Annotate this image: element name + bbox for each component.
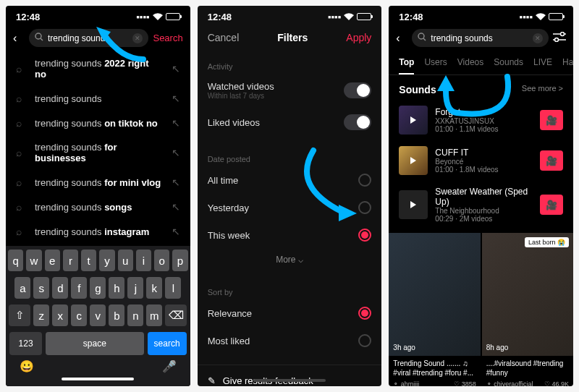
sort-option-row[interactable]: Relevance (198, 299, 382, 327)
status-time: 12:48 (399, 12, 423, 22)
status-indicators: ▪▪▪▪ (328, 12, 371, 22)
key-z[interactable]: z (33, 304, 49, 326)
record-button[interactable]: 🎥 (540, 195, 563, 215)
back-button[interactable]: ‹ (13, 32, 25, 45)
tab-videos[interactable]: Videos (457, 57, 483, 74)
toggle-switch[interactable] (344, 82, 371, 98)
radio-button[interactable] (358, 229, 371, 242)
mic-button[interactable]: 🎤 (162, 359, 177, 373)
key-n[interactable]: n (127, 304, 143, 326)
tab-hashtags[interactable]: Hashta (562, 57, 573, 74)
key-i[interactable]: i (136, 250, 151, 271)
fill-arrow-icon[interactable]: ↖ (172, 63, 180, 74)
back-button[interactable]: ‹ (396, 32, 407, 45)
fill-arrow-icon[interactable]: ↖ (172, 117, 180, 129)
key-r[interactable]: r (63, 250, 78, 271)
feedback-button[interactable]: ✎ Give results feedback (198, 365, 382, 386)
key-k[interactable]: k (146, 277, 162, 299)
more-button[interactable]: More ⌵ (198, 249, 382, 270)
radio-button[interactable] (358, 201, 371, 214)
video-item[interactable]: Last born 😭 8h ago (482, 233, 573, 356)
sound-thumbnail[interactable] (399, 190, 428, 219)
key-g[interactable]: g (90, 277, 106, 299)
section-title: Sounds (399, 84, 436, 95)
key-l[interactable]: l (165, 277, 181, 299)
liked-videos-row[interactable]: Liked videos (198, 107, 382, 137)
key-h[interactable]: h (109, 277, 124, 299)
key-t[interactable]: t (81, 250, 96, 271)
sort-option-row[interactable]: Most liked (198, 327, 382, 354)
record-button[interactable]: 🎥 (540, 110, 563, 130)
key-u[interactable]: u (118, 250, 133, 271)
key-c[interactable]: c (71, 304, 87, 326)
sound-item[interactable]: Sweater Weather (Sped Up) The Neighbourh… (389, 181, 573, 229)
sound-meta: 01:00 · 1.1M videos (435, 125, 533, 133)
clear-search-button[interactable]: ✕ (533, 33, 543, 43)
watched-videos-row[interactable]: Watched videos Within last 7 days (198, 74, 382, 107)
key-search[interactable]: search (148, 332, 187, 355)
key-shift[interactable]: ⇧ (9, 304, 30, 326)
key-x[interactable]: x (52, 304, 68, 326)
radio-button[interactable] (358, 334, 371, 347)
play-icon (410, 201, 416, 208)
suggestion-item[interactable]: ⌕trending sounds for mini vlog↖ (6, 170, 190, 195)
key-q[interactable]: q (8, 250, 23, 271)
suggestion-item[interactable]: ⌕trending sounds for businesses↖ (6, 135, 190, 170)
key-space[interactable]: space (46, 332, 143, 355)
fill-arrow-icon[interactable]: ↖ (172, 176, 180, 188)
sound-item[interactable]: CUFF IT Beyoncé 01:00 · 1.8M videos 🎥 (389, 140, 573, 181)
date-option-row[interactable]: All time (198, 166, 382, 194)
key-v[interactable]: v (90, 304, 106, 326)
date-option-row[interactable]: Yesterday (198, 194, 382, 221)
key-a[interactable]: a (14, 277, 30, 299)
tab-live[interactable]: LIVE (533, 57, 552, 74)
emoji-button[interactable]: 😀 (20, 359, 34, 373)
filter-button[interactable] (553, 32, 566, 44)
home-indicator[interactable] (62, 378, 134, 380)
fill-arrow-icon[interactable]: ↖ (172, 226, 180, 237)
suggestion-item[interactable]: ⌕trending sounds 2022 right no↖ (6, 51, 190, 86)
key-o[interactable]: o (154, 250, 169, 271)
search-button[interactable]: Search (153, 33, 182, 43)
tab-users[interactable]: Users (424, 57, 447, 74)
video-item[interactable]: 3h ago (389, 233, 480, 356)
date-option-row[interactable]: This week (198, 221, 382, 249)
toggle-switch[interactable] (344, 114, 371, 130)
key-w[interactable]: w (26, 250, 41, 271)
fill-arrow-icon[interactable]: ↖ (172, 93, 180, 104)
key-d[interactable]: d (52, 277, 68, 299)
sound-item[interactable]: Forget XXKATUSJINSUX 01:00 · 1.1M videos… (389, 100, 573, 140)
suggestion-item[interactable]: ⌕trending sounds on tiktok no↖ (6, 111, 190, 135)
clear-search-button[interactable]: ✕ (132, 33, 143, 43)
tab-sounds[interactable]: Sounds (494, 57, 523, 74)
sound-thumbnail[interactable] (399, 106, 428, 135)
key-y[interactable]: y (99, 250, 114, 271)
radio-button[interactable] (358, 174, 371, 187)
key-j[interactable]: j (127, 277, 143, 299)
section-label: Date posted (198, 149, 382, 166)
search-input[interactable]: trending sounds ✕ (29, 29, 148, 47)
key-b[interactable]: b (109, 304, 124, 326)
suggestion-item[interactable]: ⌕trending sounds instagram↖ (6, 219, 190, 244)
record-button[interactable]: 🎥 (540, 150, 563, 171)
key-123[interactable]: 123 (9, 332, 42, 355)
search-input[interactable]: trending sounds ✕ (412, 29, 549, 47)
sound-thumbnail[interactable] (399, 146, 428, 175)
key-p[interactable]: p (172, 250, 187, 271)
home-indicator[interactable] (253, 379, 326, 382)
key-backspace[interactable]: ⌫ (165, 304, 187, 326)
radio-button[interactable] (358, 307, 371, 320)
suggestion-item[interactable]: ⌕trending sounds songs↖ (6, 195, 190, 219)
tab-top[interactable]: Top (399, 57, 414, 74)
cancel-button[interactable]: Cancel (208, 32, 240, 43)
apply-button[interactable]: Apply (346, 32, 371, 43)
key-m[interactable]: m (146, 304, 162, 326)
key-f[interactable]: f (71, 277, 87, 299)
key-s[interactable]: s (33, 277, 49, 299)
fill-arrow-icon[interactable]: ↖ (172, 147, 180, 158)
fill-arrow-icon[interactable]: ↖ (172, 201, 180, 213)
key-e[interactable]: e (45, 250, 60, 271)
keyboard[interactable]: qwertyuiop asdfghjkl ⇧zxcvbnm⌫ 123 space… (6, 246, 190, 386)
see-more-button[interactable]: See more > (522, 84, 563, 95)
suggestion-item[interactable]: ⌕trending sounds↖ (6, 86, 190, 111)
